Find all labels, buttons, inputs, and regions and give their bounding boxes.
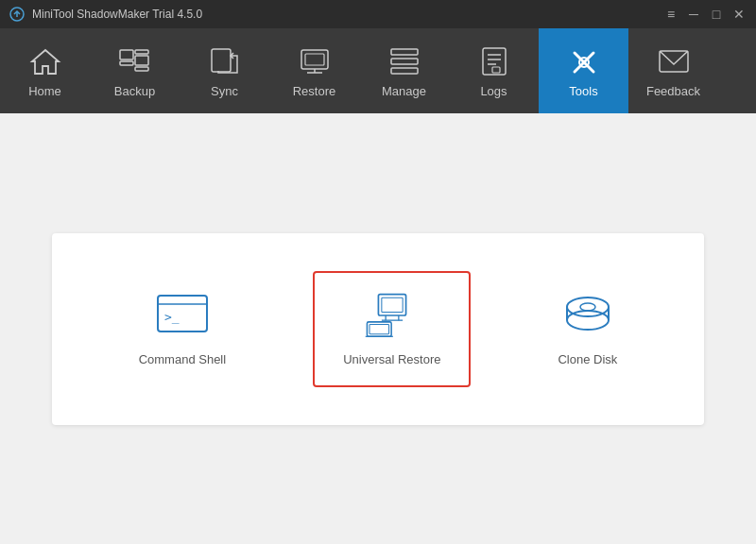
tool-universal-restore[interactable]: Universal Restore bbox=[313, 271, 471, 387]
command-shell-icon: >_ bbox=[154, 292, 211, 339]
title-bar: MiniTool ShadowMaker Trial 4.5.0 ≡ ─ □ ✕ bbox=[0, 0, 756, 28]
svg-rect-8 bbox=[305, 54, 324, 65]
nav-restore-label: Restore bbox=[293, 84, 336, 98]
app-icon bbox=[9, 7, 25, 22]
clone-disk-icon bbox=[559, 292, 616, 339]
svg-rect-13 bbox=[391, 68, 418, 74]
svg-rect-18 bbox=[492, 67, 500, 73]
universal-restore-label: Universal Restore bbox=[343, 352, 440, 366]
nav-backup-label: Backup bbox=[114, 84, 155, 98]
manage-icon bbox=[387, 44, 421, 78]
window-controls: ≡ ─ □ ✕ bbox=[663, 7, 747, 22]
feedback-icon bbox=[657, 44, 691, 78]
logs-icon bbox=[477, 44, 511, 78]
nav-manage-label: Manage bbox=[382, 84, 426, 98]
nav-tools[interactable]: Tools bbox=[539, 28, 628, 113]
app-title: MiniTool ShadowMaker Trial 4.5.0 bbox=[32, 8, 663, 21]
tool-clone-disk[interactable]: Clone Disk bbox=[527, 271, 647, 387]
nav-bar: Home Backup Sync bbox=[0, 28, 756, 113]
svg-rect-4 bbox=[135, 56, 148, 65]
nav-tools-label: Tools bbox=[569, 84, 597, 98]
nav-restore[interactable]: Restore bbox=[269, 28, 359, 113]
restore-icon bbox=[298, 44, 332, 78]
tools-icon bbox=[567, 44, 601, 78]
close-btn[interactable]: ✕ bbox=[731, 7, 747, 22]
tools-panel: >_ Command Shell bbox=[52, 233, 705, 425]
nav-home-label: Home bbox=[28, 84, 61, 98]
svg-rect-6 bbox=[212, 49, 231, 72]
svg-rect-11 bbox=[391, 49, 418, 55]
nav-sync[interactable]: Sync bbox=[180, 28, 269, 113]
nav-home[interactable]: Home bbox=[0, 28, 90, 113]
svg-rect-32 bbox=[369, 324, 389, 333]
svg-rect-3 bbox=[135, 50, 148, 54]
nav-feedback[interactable]: Feedback bbox=[628, 28, 718, 113]
svg-point-37 bbox=[567, 311, 609, 330]
main-content: >_ Command Shell bbox=[0, 113, 756, 544]
svg-text:>_: >_ bbox=[164, 310, 180, 324]
menu-btn[interactable]: ≡ bbox=[663, 7, 679, 22]
nav-logs-label: Logs bbox=[480, 84, 507, 98]
backup-icon bbox=[118, 44, 152, 78]
nav-logs[interactable]: Logs bbox=[449, 28, 539, 113]
sync-icon bbox=[208, 44, 242, 78]
nav-feedback-label: Feedback bbox=[646, 84, 700, 98]
svg-rect-2 bbox=[120, 61, 133, 65]
svg-point-38 bbox=[580, 303, 595, 311]
nav-backup[interactable]: Backup bbox=[90, 28, 180, 113]
svg-rect-14 bbox=[483, 48, 506, 75]
maximize-btn[interactable]: □ bbox=[709, 7, 724, 22]
svg-rect-5 bbox=[135, 67, 148, 71]
svg-rect-1 bbox=[120, 50, 133, 60]
universal-restore-icon bbox=[364, 292, 421, 339]
home-icon bbox=[28, 44, 62, 78]
svg-rect-12 bbox=[391, 59, 418, 64]
nav-sync-label: Sync bbox=[211, 84, 238, 98]
clone-disk-label: Clone Disk bbox=[558, 352, 617, 366]
svg-rect-27 bbox=[382, 298, 403, 312]
tool-command-shell[interactable]: >_ Command Shell bbox=[109, 271, 257, 387]
minimize-btn[interactable]: ─ bbox=[686, 7, 701, 22]
command-shell-label: Command Shell bbox=[139, 352, 227, 366]
nav-manage[interactable]: Manage bbox=[359, 28, 449, 113]
